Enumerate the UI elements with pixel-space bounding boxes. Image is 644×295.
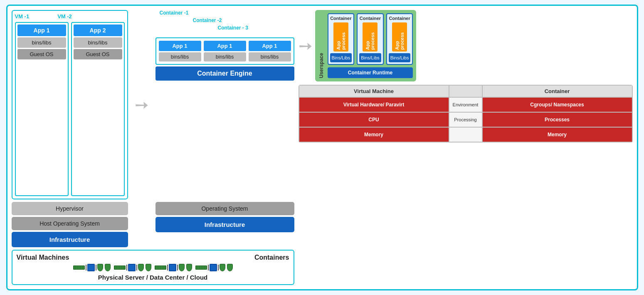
cont-app-2-title: App 1 xyxy=(204,41,246,51)
containers-label: Containers xyxy=(254,254,289,261)
right-arrow-1: ➙ xyxy=(135,95,149,114)
right-panel: ➙ Userspace Container App process Bins/L… xyxy=(299,10,633,285)
ram-1 xyxy=(73,266,85,270)
left-panel: VM -1 VM -2 App 1 bins/libs Guest OS App… xyxy=(12,10,294,285)
db-8 xyxy=(227,264,233,271)
connector-1 xyxy=(86,265,86,270)
comp-row-3: Memory Memory xyxy=(299,127,632,142)
server-group-1 xyxy=(73,264,111,271)
comp-cell-processing: Processing xyxy=(449,112,482,127)
vm-box-1: App 1 bins/libs Guest OS xyxy=(15,22,69,196)
db-2 xyxy=(105,264,111,271)
layers-row: Hypervisor Host Operating System Infrast… xyxy=(12,202,294,247)
us-container-box-2: Container App process Bins/Libs xyxy=(357,13,384,65)
bins-libs-1: Bins/Libs xyxy=(330,53,352,62)
app1-block: App 1 xyxy=(17,25,66,36)
bins-libs-2: Bins/Libs xyxy=(359,53,381,62)
cont-app-3-title: App 1 xyxy=(249,41,291,51)
bins-block-2: bins/libs xyxy=(74,37,122,48)
layer-cont: Operating System Infrastructure xyxy=(155,202,294,247)
userspace-content: Container App process Bins/Libs Containe… xyxy=(328,13,413,78)
container-section: Container -1 Container -2 Container - 3 … xyxy=(155,10,294,199)
container-labels: Container -1 Container -2 Container - 3 xyxy=(155,10,294,35)
us-container-box-1: Container App process Bins/Libs xyxy=(328,13,355,65)
server-group-3 xyxy=(155,264,192,271)
app-process-3: App process xyxy=(392,22,407,52)
server-group-2 xyxy=(114,264,151,271)
container-engine-block: Container Engine xyxy=(155,66,294,81)
connector-2 xyxy=(96,265,96,270)
comparison-table: Virtual Machine Container Virtual Hardwa… xyxy=(299,85,633,143)
us-container-box-3: Container App process Bins/Libs xyxy=(386,13,413,65)
userspace-diagram: Userspace Container App process Bins/Lib… xyxy=(315,10,417,81)
physical-banner: Virtual Machines Containers xyxy=(12,250,294,285)
server-group-4 xyxy=(195,264,233,271)
comp-header: Virtual Machine Container xyxy=(299,85,632,97)
connector-5 xyxy=(167,265,168,270)
connector-3 xyxy=(126,265,127,270)
container-apps-box: App 1 bins/libs App 1 bins/libs App 1 bi… xyxy=(155,37,294,65)
connector-8 xyxy=(218,265,219,270)
spacer-arrow xyxy=(131,202,152,247)
cont-app-box-1: App 1 bins/libs xyxy=(159,41,201,61)
comp-cell-memory-vm: Memory xyxy=(299,127,449,142)
comp-cell-memory-cont: Memory xyxy=(482,127,632,142)
container-label-3: Container - 3 xyxy=(218,25,248,31)
comp-cell-mid-3 xyxy=(449,127,482,142)
cpu-4 xyxy=(210,264,217,271)
cont-app-box-3: App 1 bins/libs xyxy=(249,41,291,61)
hypervisor-block: Hypervisor xyxy=(12,202,128,215)
comp-cell-cgroups: Cgroups/ Namespaces xyxy=(482,97,632,112)
container-boxes-row: Container App process Bins/Libs Containe… xyxy=(328,13,413,65)
container-runtime-bar: Container Runtime xyxy=(328,67,413,78)
cpu-3 xyxy=(169,264,176,271)
db-6 xyxy=(186,264,192,271)
vm-machines-label: Virtual Machines xyxy=(17,254,69,261)
comp-cell-processes: Processes xyxy=(482,112,632,127)
layer-vm: Hypervisor Host Operating System Infrast… xyxy=(12,202,128,247)
us-container-label-3: Container xyxy=(389,16,410,21)
ram-3 xyxy=(155,266,166,270)
db-7 xyxy=(220,264,225,271)
comp-cell-cpu: CPU xyxy=(299,112,449,127)
cpu-1 xyxy=(87,264,95,271)
db-4 xyxy=(146,264,151,271)
banner-title-row: Virtual Machines Containers xyxy=(17,254,289,261)
cont-app-box-2: App 1 bins/libs xyxy=(204,41,246,61)
connector-6 xyxy=(177,265,178,270)
comp-cell-env: Environment xyxy=(449,97,482,112)
comp-header-vm: Virtual Machine xyxy=(299,85,449,97)
vm-box-2: App 2 bins/libs Guest OS xyxy=(71,22,125,196)
bins-libs-3: Bins/Libs xyxy=(389,53,411,62)
cont-bins-3: bins/libs xyxy=(249,52,291,61)
cont-bins-2: bins/libs xyxy=(204,52,246,61)
infra-block-cont: Infrastructure xyxy=(155,217,294,232)
container-label-2: Container -2 xyxy=(193,17,222,23)
vm-label-2: VM -2 xyxy=(57,13,72,20)
arrow-col-2: ➙ xyxy=(299,10,313,81)
db-1 xyxy=(97,264,103,271)
server-icons-row xyxy=(73,264,233,271)
ram-2 xyxy=(114,266,126,270)
app2-block: App 2 xyxy=(74,25,122,36)
guestos-block-1: Guest OS xyxy=(17,49,66,59)
comp-header-cont: Container xyxy=(482,85,632,97)
ram-4 xyxy=(195,266,207,270)
cont-bins-1: bins/libs xyxy=(159,52,201,61)
infra-block-vm: Infrastructure xyxy=(12,232,128,247)
vm-container-row: VM -1 VM -2 App 1 bins/libs Guest OS App… xyxy=(12,10,294,199)
vm-labels: VM -1 VM -2 xyxy=(15,13,125,20)
us-container-label-2: Container xyxy=(360,16,381,21)
main-container: VM -1 VM -2 App 1 bins/libs Guest OS App… xyxy=(6,5,638,290)
app-process-2: App process xyxy=(363,22,378,52)
vm-label-1: VM -1 xyxy=(15,13,30,20)
right-arrow-2: ➙ xyxy=(299,36,313,55)
comp-row-1: Virtual Hardware/ Paravirt Environment C… xyxy=(299,97,632,112)
db-3 xyxy=(138,264,144,271)
vm-section: VM -1 VM -2 App 1 bins/libs Guest OS App… xyxy=(12,10,128,199)
comp-cell-virt-hw: Virtual Hardware/ Paravirt xyxy=(299,97,449,112)
os-block: Operating System xyxy=(155,202,294,215)
app-process-1: App process xyxy=(333,22,348,52)
arrow-userspace-row: ➙ Userspace Container App process Bins/L… xyxy=(299,10,633,81)
guestos-block-2: Guest OS xyxy=(74,49,122,59)
